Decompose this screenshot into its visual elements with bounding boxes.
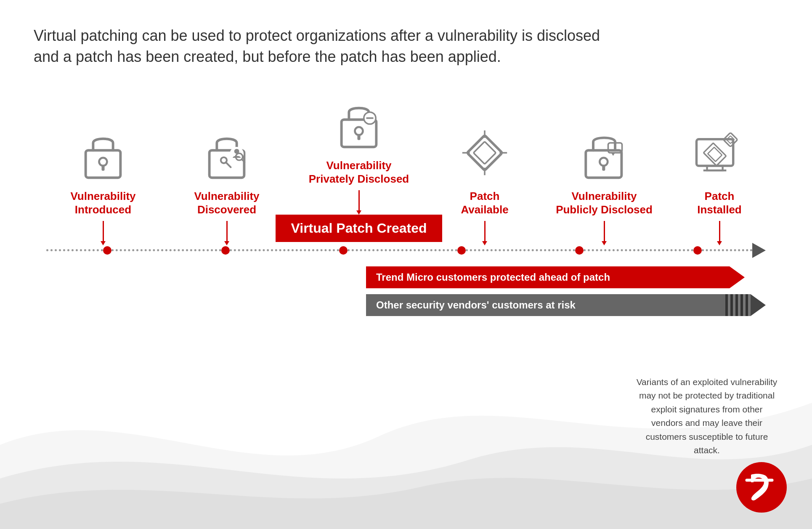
gray-bar-hatch: [725, 294, 751, 316]
arrow-down-6: [719, 221, 720, 242]
intro-line1: Virtual patching can be used to protect …: [34, 27, 600, 44]
svg-rect-21: [586, 150, 621, 178]
lock-bubble-icon: [579, 128, 629, 183]
vuln-introduced-label: Vulnerability Introduced: [70, 189, 135, 217]
svg-rect-2: [101, 165, 104, 170]
arrow-down-3: [358, 190, 360, 211]
other-vendors-bar-arrow: [751, 294, 766, 316]
icon-vuln-privately-disclosed: Vulnerability Privately Disclosed Virtua…: [294, 97, 424, 242]
side-note: Variants of an exploited vulnerability m…: [635, 375, 778, 457]
timeline-segment-6: [584, 249, 693, 251]
arrow-down-5: [604, 221, 605, 242]
arrow-down-1: [103, 221, 104, 242]
virtual-patch-badge: Virtual Patch Created: [276, 215, 442, 242]
arrow-down-2: [226, 221, 228, 242]
icon-patch-installed: Patch Installed: [673, 128, 766, 242]
icon-vuln-publicly-disclosed: Vulnerability Publicly Disclosed: [545, 128, 663, 242]
svg-rect-15: [467, 135, 502, 170]
icon-vuln-discovered: Vulnerability Discovered: [170, 128, 284, 242]
icon-vuln-introduced: Vulnerability Introduced: [46, 128, 160, 242]
timeline-segment-3: [230, 249, 340, 251]
icon-patch-available: Patch Available: [434, 128, 535, 242]
svg-point-11: [355, 127, 363, 135]
svg-point-22: [600, 158, 608, 166]
intro-paragraph: Virtual patching can be used to protect …: [34, 25, 623, 68]
svg-point-1: [99, 158, 107, 166]
patch-available-label: Patch Available: [461, 189, 508, 217]
timeline-arrow: [752, 243, 766, 258]
svg-marker-25: [611, 153, 615, 156]
vuln-discovered-label: Vulnerability Discovered: [194, 189, 259, 217]
timeline-dot-3: [339, 246, 348, 255]
monitor-chip-icon: [694, 128, 745, 183]
trend-micro-bar: Trend Micro customers protected ahead of…: [366, 266, 730, 288]
svg-point-33: [736, 462, 787, 513]
patch-installed-label: Patch Installed: [697, 189, 741, 217]
timeline-dot-5: [575, 246, 584, 255]
timeline-dot-6: [693, 246, 702, 255]
other-vendors-bar: Other security vendors' customers at ris…: [366, 294, 725, 316]
other-vendors-bar-row: Other security vendors' customers at ris…: [46, 294, 766, 316]
svg-rect-0: [86, 150, 121, 178]
trend-micro-bar-row: Trend Micro customers protected ahead of…: [46, 266, 766, 288]
trend-micro-logo: [734, 460, 789, 516]
svg-line-5: [226, 162, 231, 167]
lock-plain-icon: [78, 128, 128, 183]
trend-micro-bar-arrow: [730, 266, 745, 288]
timeline-segment-1: [46, 249, 103, 251]
intro-line2: and a patch has been created, but before…: [34, 48, 501, 65]
svg-rect-12: [357, 134, 360, 140]
chip-diamond-icon: [459, 128, 510, 183]
timeline-segment-2: [111, 249, 221, 251]
vuln-privately-disclosed-label: Vulnerability Privately Disclosed: [309, 159, 409, 186]
arrow-down-4: [484, 221, 486, 242]
lock-minus-icon: [334, 97, 384, 152]
vuln-publicly-disclosed-label: Vulnerability Publicly Disclosed: [556, 189, 653, 217]
svg-rect-16: [473, 141, 496, 164]
svg-rect-29: [703, 143, 726, 166]
timeline-dot-2: [221, 246, 230, 255]
lock-person-search-icon: [202, 128, 252, 183]
timeline-segment-4: [348, 249, 457, 251]
timeline-segment-7: [702, 249, 752, 251]
svg-rect-23: [602, 165, 605, 170]
tm-logo-svg: [734, 460, 789, 515]
timeline-dot-4: [457, 246, 466, 255]
timeline-dot-1: [103, 246, 111, 255]
timeline-segment-5: [466, 249, 576, 251]
